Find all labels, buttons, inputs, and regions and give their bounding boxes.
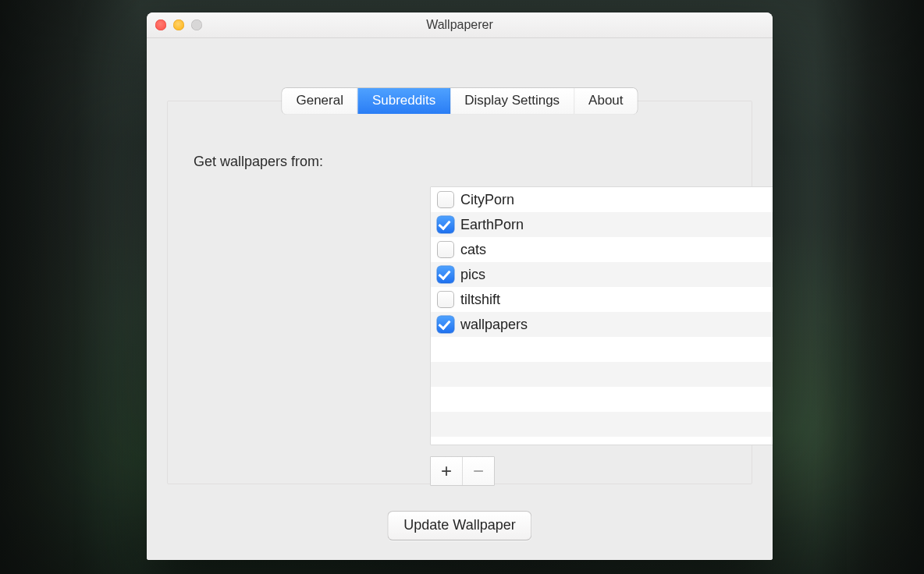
list-item-label: pics [460,267,485,283]
list-item[interactable]: cats [431,237,773,262]
list-item-empty [431,387,773,412]
zoom-icon[interactable] [191,19,202,30]
list-footer-buttons: + − [430,456,495,486]
list-item[interactable]: pics [431,262,773,287]
list-item-label: CityPorn [460,192,514,208]
checkbox[interactable] [437,191,454,208]
titlebar[interactable]: Wallpaperer [147,12,773,38]
list-item-label: wallpapers [460,317,528,333]
tab-subreddits[interactable]: Subreddits [358,88,450,114]
checkbox[interactable] [437,266,454,283]
minimize-icon[interactable] [173,19,184,30]
list-item[interactable]: CityPorn [431,187,773,212]
checkbox[interactable] [437,316,454,333]
tab-general[interactable]: General [282,88,357,114]
add-button[interactable]: + [431,457,463,485]
checkbox[interactable] [437,241,454,258]
window-body: General Subreddits Display Settings Abou… [147,38,773,560]
list-item-empty [431,362,773,387]
tab-about[interactable]: About [574,88,637,114]
close-icon[interactable] [155,19,166,30]
app-window: Wallpaperer General Subreddits Display S… [147,12,773,560]
list-item[interactable]: EarthPorn [431,212,773,237]
list-item-empty [431,337,773,362]
checkbox[interactable] [437,291,454,308]
list-item-label: cats [460,242,486,258]
checkbox[interactable] [437,216,454,233]
subreddit-list[interactable]: CityPornEarthPorncatspicstiltshiftwallpa… [430,186,773,445]
tabs: General Subreddits Display Settings Abou… [282,88,637,114]
list-item-label: tiltshift [460,292,500,308]
section-heading: Get wallpapers from: [194,154,323,170]
list-item[interactable]: tiltshift [431,287,773,312]
tab-display-settings[interactable]: Display Settings [450,88,574,114]
traffic-lights [155,19,202,30]
list-item-empty [431,412,773,437]
update-wallpaper-button[interactable]: Update Wallpaper [387,511,531,540]
list-item[interactable]: wallpapers [431,312,773,337]
window-title: Wallpaperer [426,18,493,31]
list-item-label: EarthPorn [460,217,524,233]
remove-button[interactable]: − [463,457,494,485]
